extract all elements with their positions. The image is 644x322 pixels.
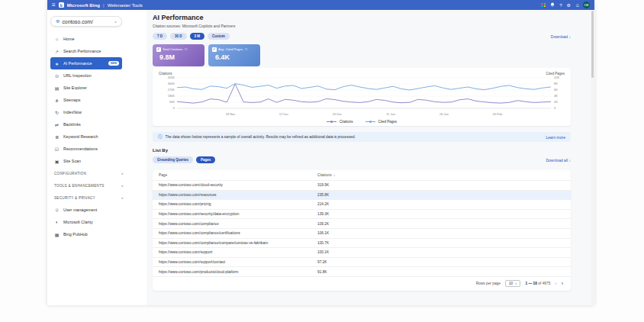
- date-range-chip-3-m[interactable]: 3 M: [190, 33, 205, 40]
- sidebar-item-search-performance[interactable]: ↗Search Performance: [50, 45, 122, 57]
- page-url[interactable]: https://www.contoso.com/compliance/compa…: [159, 241, 317, 245]
- help-icon[interactable]: ?: [559, 3, 562, 8]
- page-url[interactable]: https://www.contoso.com/compliance: [159, 222, 317, 226]
- ms-apps-icon[interactable]: [541, 3, 546, 8]
- info-icon: ⓘ: [185, 47, 188, 51]
- sidebar-item-backlinks[interactable]: ⇄Backlinks: [50, 118, 122, 130]
- next-page-button[interactable]: ›: [562, 281, 563, 286]
- home-icon: ⌂: [54, 37, 60, 41]
- sidebar-item-label: Search Performance: [63, 49, 101, 53]
- page-url[interactable]: https://www.contoso.com/support/contact: [159, 260, 317, 264]
- table-row[interactable]: https://www.contoso.com/cloud-security31…: [153, 180, 571, 190]
- sidebar-section-configuration[interactable]: CONFIGURATION∨: [50, 167, 127, 179]
- info-icon: ⓘ: [158, 134, 163, 140]
- feedback-icon[interactable]: ☺: [575, 3, 580, 8]
- page-title: AI Performance: [153, 14, 571, 21]
- svg-text:26 Jan: 26 Jan: [440, 112, 449, 116]
- sidebar-item-home[interactable]: ⌂Home: [50, 33, 122, 45]
- sidebar-item-ai-performance[interactable]: ∗AI PerformanceNEW: [50, 57, 122, 69]
- page-url[interactable]: https://www.contoso.com/security/data-en…: [159, 212, 317, 216]
- table-row[interactable]: https://www.contoso.com/resources235.8K: [153, 190, 571, 200]
- table-body: https://www.contoso.com/cloud-security31…: [153, 180, 571, 276]
- backlinks-icon: ⇄: [54, 122, 60, 127]
- list-by-tab-grounding-queries[interactable]: Grounding Queries: [153, 156, 193, 163]
- date-range-chip-custom[interactable]: Custom: [208, 33, 230, 40]
- notifications-bell-icon[interactable]: [550, 2, 555, 8]
- svg-text:180K: 180K: [168, 94, 175, 98]
- metric-card-avg-cited-pages[interactable]: ✓Avg. Cited Pagesⓘ6.4K: [208, 44, 260, 66]
- left-axis-title: Citations: [159, 72, 172, 76]
- column-header-page[interactable]: Page: [159, 173, 317, 177]
- metric-checkbox[interactable]: ✓: [156, 47, 161, 52]
- table-row[interactable]: https://www.contoso.com/products/cloud-p…: [153, 266, 571, 276]
- rows-per-page-select[interactable]: 10 ∨: [505, 280, 521, 287]
- user-avatar[interactable]: CW: [583, 2, 590, 8]
- metric-value: 6.4K: [212, 53, 257, 61]
- table-row[interactable]: https://www.contoso.com/pricing214.2K: [153, 199, 571, 209]
- table-row[interactable]: https://www.contoso.com/compliance109.2K: [153, 218, 571, 228]
- svg-text:4K: 4K: [554, 94, 558, 98]
- svg-text:0: 0: [554, 106, 556, 110]
- table-row[interactable]: https://www.contoso.com/security/data-en…: [153, 209, 571, 219]
- table-row[interactable]: https://www.contoso.com/support100.1K: [153, 247, 571, 257]
- citations-value: 91.8K: [317, 270, 565, 274]
- sidebar-item-site-explorer[interactable]: ▤Site Explorer: [50, 82, 122, 94]
- page-url[interactable]: https://www.contoso.com/pricing: [159, 202, 317, 206]
- sidebar-section-label: TOOLS & ENHANCEMENTS: [54, 184, 105, 188]
- column-header-citations[interactable]: Citations↓: [317, 173, 565, 177]
- learn-more-link[interactable]: Learn more: [546, 135, 565, 140]
- sidebar-section-tools-enhancements[interactable]: TOOLS & ENHANCEMENTS∨: [50, 179, 127, 192]
- download-all-button[interactable]: Download all ↓: [546, 158, 571, 163]
- table-row[interactable]: https://www.contoso.com/compliance/certi…: [153, 228, 571, 238]
- sidebar-item-site-scan[interactable]: ▣Site Scan: [50, 155, 122, 167]
- page-url[interactable]: https://www.contoso.com/compliance/certi…: [159, 231, 317, 235]
- citations-value: 106.1K: [317, 231, 565, 235]
- page-subtitle: Citation sources: Microsoft Copilots and…: [153, 24, 571, 28]
- info-icon: ⓘ: [245, 47, 248, 51]
- page-url[interactable]: https://www.contoso.com/resources: [159, 193, 317, 197]
- citations-chart[interactable]: 450K10K360K8K270K6K180K4K90K2K0028 Nov12…: [159, 76, 571, 119]
- svg-text:6K: 6K: [554, 88, 558, 92]
- date-range-chip-7-d[interactable]: 7 D: [153, 33, 167, 40]
- legend-item-cited-pages[interactable]: Cited Pages: [365, 120, 398, 124]
- table-row[interactable]: https://www.contoso.com/support/contact9…: [153, 257, 571, 267]
- site-selector[interactable]: ⊕ contoso.com/ ∨: [50, 16, 122, 27]
- metric-card-total-citations[interactable]: ✓Total Citationsⓘ9.8M: [153, 44, 204, 66]
- page-url[interactable]: https://www.contoso.com/cloud-security: [159, 183, 317, 187]
- list-by-tab-pages[interactable]: Pages: [196, 156, 215, 163]
- svg-text:360K: 360K: [168, 82, 175, 85]
- sidebar-item-label: Keyword Research: [63, 134, 98, 139]
- sidebar-item-url-inspection[interactable]: ⊙URL Inspection: [50, 69, 122, 82]
- date-range-chips: 7 D30 D3 MCustom: [153, 33, 230, 40]
- search-performance-icon: ↗: [54, 49, 60, 54]
- sidebar-section-security-privacy[interactable]: SECURITY & PRIVACY∨: [50, 192, 127, 204]
- sidebar-item-keyword-research[interactable]: ≣Keyword Research: [50, 130, 122, 143]
- bing-pubhub-icon: ▦: [54, 232, 60, 237]
- hamburger-menu-icon[interactable]: ≡: [52, 2, 56, 8]
- sidebar-item-user-management[interactable]: ☺User management: [50, 204, 122, 216]
- download-button[interactable]: Download ↓: [551, 34, 571, 39]
- vertical-scrollbar[interactable]: [591, 11, 594, 304]
- sidebar-item-recommendations[interactable]: ☑Recommendations: [50, 143, 122, 155]
- sidebar-item-label: AI Performance: [63, 61, 92, 66]
- sidebar-item-bing-pubhub[interactable]: ▦Bing PubHub: [50, 228, 122, 240]
- table-row[interactable]: https://www.contoso.com/compliance/compa…: [153, 238, 571, 248]
- sidebar-item-microsoft-clarity[interactable]: ◐Microsoft Clarity: [50, 216, 122, 228]
- microsoft-clarity-icon: ◐: [54, 220, 60, 224]
- citations-value: 100.7K: [317, 241, 565, 245]
- page-url[interactable]: https://www.contoso.com/support: [159, 250, 317, 254]
- legend-marker: [365, 121, 375, 122]
- sidebar-item-indexnow[interactable]: ↻IndexNow: [50, 106, 122, 118]
- settings-gear-icon[interactable]: ⚙: [566, 3, 570, 8]
- scrollbar-thumb[interactable]: [591, 11, 594, 78]
- sidebar-item-label: Site Scan: [63, 159, 81, 163]
- date-range-chip-30-d[interactable]: 30 D: [170, 33, 187, 40]
- sidebar-item-sitemaps[interactable]: ⋔Sitemaps: [50, 94, 122, 106]
- previous-page-button[interactable]: ‹: [555, 281, 556, 286]
- metric-checkbox[interactable]: ✓: [212, 47, 217, 52]
- chart-legend: CitationsCited Pages: [159, 120, 565, 124]
- legend-item-citations[interactable]: Citations: [327, 120, 353, 124]
- svg-text:0: 0: [173, 106, 175, 110]
- citations-value: 214.2K: [317, 202, 565, 206]
- page-url[interactable]: https://www.contoso.com/products/cloud-p…: [159, 270, 317, 274]
